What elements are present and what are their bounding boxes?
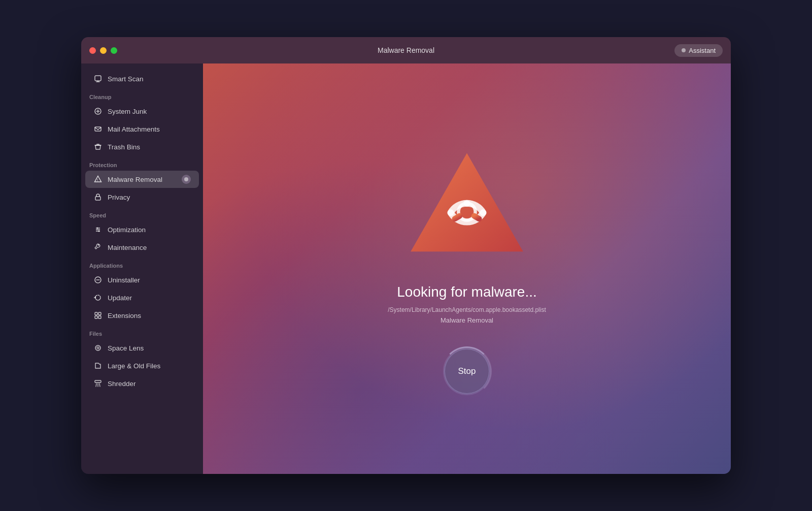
system-junk-icon [93,107,103,116]
section-label-protection: Protection [81,156,203,170]
window-title: Malware Removal [378,46,434,54]
assistant-button[interactable]: Assistant [674,44,723,57]
updater-icon [93,293,103,302]
main-content: Looking for malware... /System/Library/L… [203,63,731,474]
shredder-icon [93,379,103,388]
scan-path: /System/Library/LaunchAgents/com.apple.b… [388,306,546,313]
svg-rect-21 [95,380,101,382]
biohazard-triangle-svg [401,144,533,266]
extensions-icon [93,311,103,320]
scan-subtitle: Malware Removal [441,316,493,324]
sidebar-item-label: Optimization [108,226,146,234]
sidebar-item-label: Large & Old Files [108,362,160,370]
sidebar-item-system-junk[interactable]: System Junk [85,103,199,120]
sidebar-item-label: Privacy [108,194,130,201]
space-lens-icon [93,343,103,353]
sidebar-item-extensions[interactable]: Extensions [85,307,199,324]
assistant-label: Assistant [689,47,716,54]
svg-rect-16 [98,312,101,315]
sidebar-item-label: Malware Removal [108,176,162,183]
svg-line-24 [99,384,100,387]
svg-line-27 [474,216,479,219]
sidebar-item-label: Mail Attachments [108,125,160,133]
app-window: Malware Removal Assistant Smart Scan C [81,37,731,474]
svg-rect-0 [95,76,101,81]
mail-icon [93,124,103,134]
assistant-status-dot [682,48,686,52]
traffic-lights [89,47,117,54]
privacy-icon [93,193,103,202]
svg-rect-4 [95,127,101,131]
svg-rect-8 [95,197,100,200]
section-label-files: Files [81,325,203,339]
uninstaller-icon [93,275,103,284]
sidebar-item-malware-removal[interactable]: ! Malware Removal [85,171,199,188]
section-label-speed: Speed [81,206,203,220]
sidebar-item-privacy[interactable]: Privacy [85,188,199,206]
sidebar-item-maintenance[interactable]: Maintenance [85,239,199,256]
svg-point-19 [95,345,100,350]
stop-button[interactable]: Stop [444,348,490,394]
titlebar: Malware Removal Assistant [81,37,731,63]
sidebar-item-smart-scan[interactable]: Smart Scan [85,70,199,87]
svg-rect-17 [95,316,97,318]
svg-text:!: ! [97,178,98,182]
sidebar-item-label: Space Lens [108,344,144,352]
svg-rect-18 [98,316,101,318]
maximize-button[interactable] [111,47,117,54]
smart-scan-icon [93,74,103,83]
malware-icon: ! [93,175,103,184]
stop-button-container: Stop [444,348,490,394]
section-label-applications: Applications [81,257,203,271]
sidebar-item-updater[interactable]: Updater [85,289,199,306]
sidebar: Smart Scan Cleanup System Junk [81,63,203,474]
sidebar-item-uninstaller[interactable]: Uninstaller [85,271,199,289]
section-label-cleanup: Cleanup [81,88,203,102]
sidebar-item-label: Updater [108,294,132,302]
trash-icon [93,142,103,151]
sidebar-item-label: Extensions [108,312,141,320]
svg-line-28 [455,216,460,219]
sidebar-item-label: Maintenance [108,244,147,251]
svg-point-20 [97,347,99,349]
sidebar-item-shredder[interactable]: Shredder [85,375,199,392]
maintenance-icon [93,243,103,252]
svg-point-7 [184,177,188,181]
svg-point-12 [97,228,98,229]
sidebar-item-label: System Junk [108,108,147,115]
close-button[interactable] [89,47,96,54]
content-area: Smart Scan Cleanup System Junk [81,63,731,474]
sidebar-item-label: Trash Bins [108,143,140,151]
sidebar-item-label: Shredder [108,380,136,388]
active-badge [182,175,191,184]
sidebar-item-label: Uninstaller [108,276,140,284]
sidebar-item-space-lens[interactable]: Space Lens [85,339,199,357]
svg-line-22 [96,384,96,387]
progress-ring [442,346,492,396]
sidebar-item-mail-attachments[interactable]: Mail Attachments [85,120,199,138]
svg-rect-15 [95,312,97,315]
sidebar-item-optimization[interactable]: Optimization [85,221,199,238]
svg-point-13 [98,231,100,232]
scan-icon-container [401,144,533,268]
sidebar-item-trash-bins[interactable]: Trash Bins [85,138,199,155]
scan-title: Looking for malware... [397,284,536,300]
optimization-icon [93,225,103,234]
minimize-button[interactable] [100,47,107,54]
sidebar-item-label: Smart Scan [108,75,144,83]
large-files-icon [93,361,103,370]
sidebar-item-large-old-files[interactable]: Large & Old Files [85,357,199,374]
